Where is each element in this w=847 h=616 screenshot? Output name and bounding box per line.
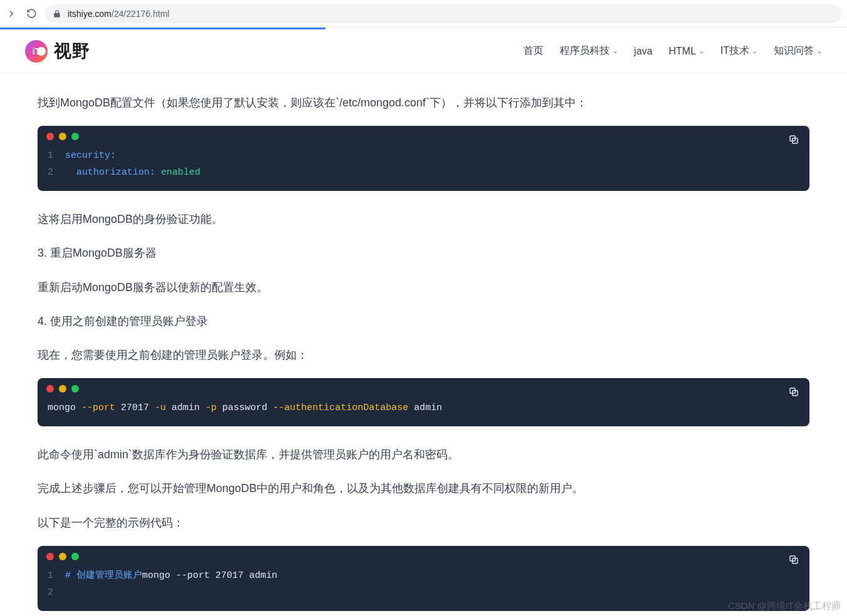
code-body: 1# 创建管理员账户mongo --port 27017 admin2 bbox=[38, 567, 809, 611]
line-number: 2 bbox=[48, 164, 65, 181]
paragraph: 重新启动MongoDB服务器以使新的配置生效。 bbox=[38, 277, 809, 298]
code-token: admin bbox=[408, 403, 442, 413]
logo-text: 视野 bbox=[54, 39, 90, 63]
code-token: password bbox=[217, 403, 273, 413]
url-domain: itshiye.com bbox=[68, 9, 111, 19]
code-token: authorization: enabled bbox=[65, 164, 200, 181]
copy-button[interactable] bbox=[788, 383, 802, 397]
nav-java[interactable]: java bbox=[634, 46, 652, 57]
code-block-1: 1security:2 authorization: enabled bbox=[38, 126, 809, 191]
window-close-dot bbox=[46, 385, 54, 393]
url-bar[interactable]: itshiye.com/24/22176.html bbox=[45, 4, 842, 23]
code-block-2: mongo --port 27017 -u admin -p password … bbox=[38, 378, 809, 426]
line-number: 1 bbox=[48, 147, 65, 164]
chevron-down-icon: ⌄ bbox=[612, 47, 618, 55]
line-number: 2 bbox=[48, 584, 65, 601]
nav-label: HTML bbox=[669, 46, 696, 57]
heading-4: 4. 使用之前创建的管理员账户登录 bbox=[38, 311, 809, 332]
paragraph: 完成上述步骤后，您可以开始管理MongoDB中的用户和角色，以及为其他数据库创建… bbox=[38, 478, 809, 499]
code-token: -p bbox=[205, 403, 217, 413]
article-content: 找到MongoDB配置文件（如果您使用了默认安装，则应该在`/etc/mongo… bbox=[0, 73, 847, 616]
window-close-dot bbox=[46, 133, 54, 140]
nav-qa[interactable]: 知识问答⌄ bbox=[774, 44, 822, 58]
code-token: mongo bbox=[48, 403, 81, 413]
paragraph: 这将启用MongoDB的身份验证功能。 bbox=[38, 208, 809, 230]
code-token: security: bbox=[65, 147, 116, 164]
browser-bar: itshiye.com/24/22176.html bbox=[0, 0, 847, 28]
code-token: # 创建管理员账户mongo --port 27017 admin bbox=[65, 567, 277, 584]
url-path: /24/22176.html bbox=[111, 9, 170, 19]
chevron-down-icon: ⌄ bbox=[816, 47, 822, 55]
paragraph: 找到MongoDB配置文件（如果您使用了默认安装，则应该在`/etc/mongo… bbox=[38, 92, 809, 113]
paragraph: 此命令使用`admin`数据库作为身份验证数据库，并提供管理员账户的用户名和密码… bbox=[38, 444, 809, 465]
logo-icon: iT bbox=[25, 40, 48, 63]
window-close-dot bbox=[46, 553, 54, 560]
code-token: --port bbox=[81, 403, 115, 413]
window-max-dot bbox=[71, 385, 79, 393]
code-token: 27017 bbox=[115, 403, 155, 413]
window-max-dot bbox=[71, 553, 79, 560]
code-window-controls bbox=[38, 546, 809, 567]
line-number: 1 bbox=[48, 567, 65, 584]
watermark: CSDN @跨境IT全栈工程师 bbox=[728, 600, 841, 612]
chevron-down-icon: ⌄ bbox=[752, 47, 757, 55]
code-token: admin bbox=[166, 403, 205, 413]
nav-label: java bbox=[634, 46, 652, 57]
nav-label: 首页 bbox=[523, 44, 543, 58]
paragraph: 以下是一个完整的示例代码： bbox=[38, 512, 809, 533]
heading-3: 3. 重启MongoDB服务器 bbox=[38, 242, 809, 264]
nav-label: IT技术 bbox=[721, 44, 749, 58]
code-body: 1security:2 authorization: enabled bbox=[38, 147, 809, 191]
main-nav: 首页 程序员科技⌄ java HTML⌄ IT技术⌄ 知识问答⌄ bbox=[523, 44, 822, 58]
code-block-3: 1# 创建管理员账户mongo --port 27017 admin2 bbox=[38, 546, 809, 611]
code-window-controls bbox=[38, 126, 809, 147]
nav-label: 程序员科技 bbox=[560, 44, 610, 58]
code-window-controls bbox=[38, 378, 809, 399]
lock-icon bbox=[53, 9, 61, 18]
nav-html[interactable]: HTML⌄ bbox=[669, 46, 704, 57]
paragraph: 现在，您需要使用之前创建的管理员账户登录。例如： bbox=[38, 344, 809, 366]
copy-button[interactable] bbox=[788, 551, 802, 565]
nav-home[interactable]: 首页 bbox=[523, 44, 543, 58]
nav-it[interactable]: IT技术⌄ bbox=[721, 44, 757, 58]
logo[interactable]: iT 视野 bbox=[25, 39, 90, 63]
code-token: -u bbox=[155, 403, 166, 413]
copy-button[interactable] bbox=[788, 131, 802, 145]
window-max-dot bbox=[71, 133, 79, 140]
chevron-down-icon: ⌄ bbox=[699, 47, 704, 55]
window-min-dot bbox=[59, 133, 66, 140]
url-text: itshiye.com/24/22176.html bbox=[68, 9, 170, 19]
reload-button[interactable] bbox=[25, 8, 38, 20]
window-min-dot bbox=[59, 385, 66, 393]
code-body: mongo --port 27017 -u admin -p password … bbox=[38, 399, 809, 426]
forward-button[interactable] bbox=[5, 8, 18, 20]
site-header: iT 视野 首页 程序员科技⌄ java HTML⌄ IT技术⌄ 知识问答⌄ bbox=[0, 29, 847, 73]
nav-tech[interactable]: 程序员科技⌄ bbox=[560, 44, 618, 58]
code-token: --authenticationDatabase bbox=[273, 403, 408, 413]
window-min-dot bbox=[59, 553, 66, 560]
nav-label: 知识问答 bbox=[774, 44, 814, 58]
